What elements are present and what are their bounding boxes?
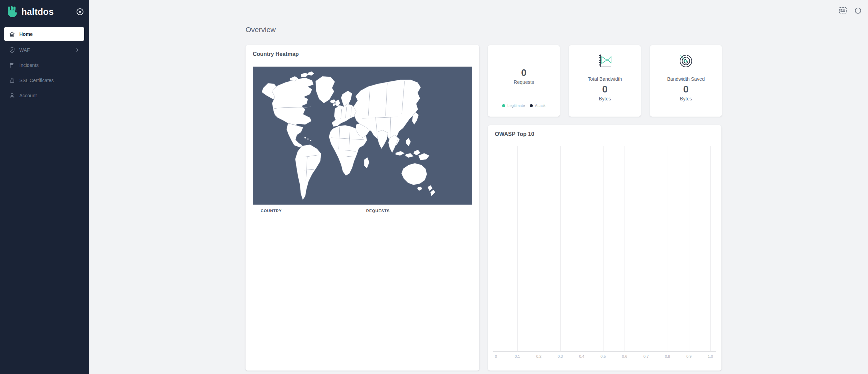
x-tick-label: 0.8	[662, 354, 674, 358]
legend-item-attack: Attack	[530, 104, 546, 108]
sidebar-nav: Home WAF Incidents	[4, 27, 84, 103]
sidebar-item-label: SSL Certificates	[19, 78, 54, 83]
requests-legend: Legitimate Attack	[488, 104, 560, 108]
radar-icon	[650, 53, 722, 69]
brand-name: haltdos	[21, 7, 54, 17]
shield-icon	[9, 47, 15, 53]
sidebar-item-label: Home	[19, 31, 33, 37]
sidebar-item-waf[interactable]: WAF	[4, 42, 84, 58]
card-title: OWASP Top 10	[495, 131, 534, 137]
home-icon	[9, 31, 15, 37]
x-tick-label: 0	[490, 354, 502, 358]
x-tick-label: 1.0	[705, 354, 716, 358]
gridline	[582, 146, 582, 351]
record-toggle-icon[interactable]	[76, 8, 84, 16]
gridline	[710, 146, 711, 351]
gridline	[625, 146, 625, 351]
brand-header: haltdos	[7, 4, 84, 19]
power-icon[interactable]	[854, 6, 862, 14]
sidebar-item-home[interactable]: Home	[4, 27, 84, 41]
area-chart-icon	[569, 53, 641, 69]
news-icon[interactable]	[839, 6, 847, 14]
gridline	[539, 146, 539, 351]
gridline	[560, 146, 561, 351]
legend-item-legitimate: Legitimate	[502, 104, 525, 108]
stat-unit: Bytes	[569, 96, 641, 101]
app-root: haltdos Home WAF	[0, 0, 868, 374]
sidebar-item-incidents[interactable]: Incidents	[4, 58, 84, 73]
x-tick-label: 0.5	[597, 354, 609, 358]
flag-icon	[9, 62, 15, 68]
stat-value: 0	[650, 84, 722, 95]
page-title: Overview	[246, 26, 276, 34]
stat-title: Bandwidth Saved	[650, 76, 722, 82]
legend-label: Legitimate	[507, 104, 525, 108]
heatmap-table-header: COUNTRY REQUESTS	[253, 207, 472, 218]
stat-title: Total Bandwidth	[569, 76, 641, 82]
gridline	[603, 146, 603, 351]
column-header-requests[interactable]: REQUESTS	[253, 209, 472, 213]
legitimate-dot-icon	[502, 104, 505, 107]
sidebar: haltdos Home WAF	[0, 0, 89, 374]
attack-dot-icon	[530, 104, 533, 107]
gridline	[517, 146, 518, 351]
legend-label: Attack	[535, 104, 546, 108]
haltdos-fist-logo-icon	[7, 6, 18, 17]
x-axis-line	[493, 351, 716, 352]
stat-unit: Bytes	[650, 96, 722, 101]
sidebar-item-label: Account	[19, 93, 37, 98]
gridline	[689, 146, 689, 351]
gridline	[668, 146, 668, 351]
topbar-actions	[839, 6, 862, 14]
world-map-svg	[253, 67, 472, 205]
sidebar-item-label: WAF	[19, 47, 30, 53]
total-bandwidth-stat-card: Total Bandwidth 0 Bytes	[569, 45, 641, 117]
user-icon	[9, 92, 15, 99]
requests-value: 0	[488, 67, 560, 78]
sidebar-item-account[interactable]: Account	[4, 88, 84, 103]
x-tick-label: 0.4	[576, 354, 588, 358]
gridline	[646, 146, 646, 351]
x-tick-label: 0.6	[619, 354, 630, 358]
bandwidth-saved-stat-card: Bandwidth Saved 0 Bytes	[650, 45, 722, 117]
gridline	[496, 146, 496, 351]
lock-icon	[9, 77, 15, 83]
owasp-top10-card: OWASP Top 10 00.10.20.30.40.50.60.70.80.…	[488, 125, 721, 371]
card-title: Country Heatmap	[253, 51, 299, 57]
x-tick-label: 0.2	[533, 354, 545, 358]
sidebar-item-ssl-certificates[interactable]: SSL Certificates	[4, 73, 84, 88]
world-map[interactable]	[253, 67, 472, 205]
requests-stat-card: 0 Requests Legitimate Attack	[488, 45, 560, 117]
chevron-right-icon	[75, 48, 79, 52]
requests-label: Requests	[488, 79, 560, 85]
x-tick-label: 0.7	[640, 354, 652, 358]
country-heatmap-card: Country Heatmap	[246, 45, 479, 371]
stat-value: 0	[569, 84, 641, 95]
owasp-plot[interactable]: 00.10.20.30.40.50.60.70.80.91.0	[488, 146, 721, 374]
x-tick-label: 0.1	[511, 354, 523, 358]
x-tick-label: 0.3	[555, 354, 566, 358]
x-tick-label: 0.9	[683, 354, 695, 358]
sidebar-item-label: Incidents	[19, 62, 39, 68]
